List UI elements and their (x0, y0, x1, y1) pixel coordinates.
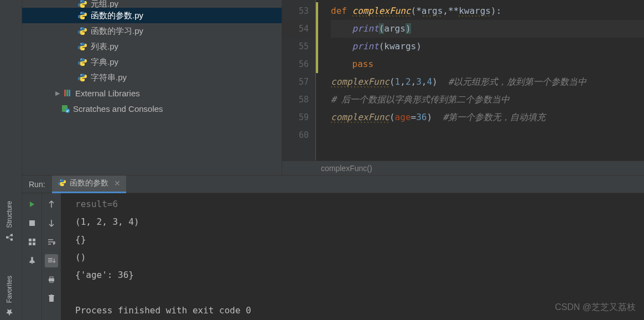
breadcrumb-item[interactable]: complexFunc() (321, 164, 372, 173)
stop-button[interactable] (25, 216, 39, 230)
tree-file-item[interactable]: 元组.py (22, 0, 282, 8)
line-number[interactable]: 54 (282, 20, 315, 38)
svg-point-11 (81, 59, 82, 60)
chevron-right-icon: ▶ (55, 90, 60, 97)
run-label: Run: (22, 180, 52, 189)
tree-file-item[interactable]: 字典.py (22, 54, 282, 70)
tree-item-label: 元组.py (91, 0, 118, 8)
code-content[interactable]: def complexFunc(*args,**kwargs): print(a… (331, 0, 644, 161)
favorites-label: Favorites (6, 276, 13, 303)
code-editor[interactable]: 53⊟545556⊡57585960 def complexFunc(*args… (282, 0, 644, 175)
pin-button[interactable] (25, 254, 39, 267)
tree-file-item[interactable]: 列表.py (22, 39, 282, 54)
left-tool-window-bar: Structure Favorites (0, 0, 22, 320)
code-margin (315, 0, 331, 161)
svg-point-13 (81, 74, 82, 75)
code-line[interactable]: def complexFunc(*args,**kwargs): (331, 2, 644, 20)
svg-rect-29 (50, 281, 53, 282)
svg-rect-26 (33, 242, 35, 245)
python-file-icon (77, 0, 87, 8)
svg-rect-32 (50, 295, 53, 295)
svg-rect-23 (29, 239, 32, 241)
output-line: {} (75, 231, 638, 249)
watermark-text: CSDN @芝芝又荔枝 (555, 302, 636, 313)
close-icon[interactable]: ✕ (114, 179, 121, 188)
tree-file-item[interactable]: 函数的学习.py (22, 23, 282, 39)
delete-button[interactable] (45, 292, 58, 305)
tree-item-label: 字典.py (91, 57, 118, 68)
tree-item-label: 函数的参数.py (91, 11, 143, 21)
svg-rect-15 (64, 90, 66, 96)
print-button[interactable] (45, 273, 58, 286)
line-number[interactable]: 59 (282, 109, 315, 126)
run-header: Run: 函数的参数 ✕ (22, 176, 644, 193)
structure-tool-tab[interactable]: Structure (6, 197, 13, 246)
line-number[interactable]: 56⊡ (282, 55, 315, 73)
run-tool-window: Run: 函数的参数 ✕ result=6(1, 2, 3, 4){}(){'a… (22, 175, 644, 320)
run-config-tab[interactable]: 函数的参数 ✕ (52, 176, 126, 193)
svg-rect-24 (33, 239, 35, 241)
svg-rect-31 (49, 295, 54, 296)
scratches-icon (61, 104, 70, 113)
console-output[interactable]: result=6(1, 2, 3, 4){}(){'age': 36}Proce… (61, 193, 644, 320)
python-file-icon (77, 42, 87, 51)
line-number[interactable]: 57 (282, 73, 315, 91)
run-tab-label: 函数的参数 (70, 178, 108, 188)
output-line: (1, 2, 3, 4) (75, 213, 638, 231)
down-button[interactable] (45, 216, 58, 230)
output-line: {'age': 36} (75, 266, 638, 284)
svg-point-20 (60, 179, 61, 180)
svg-point-6 (84, 18, 85, 19)
scratches-node[interactable]: Scratches and Consoles (22, 101, 282, 116)
tree-item-label: 列表.py (91, 42, 118, 52)
svg-point-5 (81, 12, 82, 13)
svg-rect-0 (11, 239, 13, 241)
tree-item-label: 字符串.py (91, 73, 127, 83)
line-number[interactable]: 55 (282, 38, 315, 55)
line-number[interactable]: 58 (282, 91, 315, 109)
tree-file-item[interactable]: 函数的参数.py (22, 8, 282, 23)
python-file-icon (77, 73, 87, 82)
breadcrumb-bar[interactable]: complexFunc() (282, 161, 644, 175)
svg-rect-28 (50, 277, 53, 278)
svg-point-8 (84, 33, 85, 34)
code-line[interactable]: print(kwargs) (331, 38, 644, 55)
svg-point-19 (65, 109, 70, 113)
svg-rect-1 (11, 234, 13, 236)
code-line[interactable]: # 后一个数据以字典形式传到第二个参数当中 (331, 91, 644, 109)
structure-icon (6, 234, 13, 241)
python-file-icon (58, 178, 66, 189)
scratches-label: Scratches and Consoles (73, 104, 163, 113)
svg-rect-2 (6, 236, 8, 239)
output-line (75, 284, 638, 302)
code-line[interactable]: pass (331, 55, 644, 73)
star-icon (6, 308, 13, 316)
run-toolbar-left (22, 193, 41, 320)
code-line[interactable]: complexFunc(1,2,3,4) #以元组形式，放到第一个参数当中 (331, 73, 644, 91)
scroll-to-end-button[interactable] (45, 254, 58, 267)
editor-gutter[interactable]: 53⊟545556⊡57585960 (282, 0, 315, 161)
tree-file-item[interactable]: 字符串.py (22, 70, 282, 85)
svg-point-9 (81, 43, 82, 44)
line-number[interactable]: 60 (282, 126, 315, 144)
code-line[interactable]: print(args) (331, 20, 644, 38)
svg-point-7 (81, 28, 82, 29)
code-line[interactable]: complexFunc(age=36) #第一个参数无，自动填充 (331, 109, 644, 126)
rerun-button[interactable] (25, 198, 39, 211)
output-line: Process finished with exit code 0 (75, 302, 638, 319)
svg-point-12 (84, 64, 85, 65)
project-tree[interactable]: 元组.py 函数的参数.py函数的学习.py列表.py字典.py字符串.py ▶… (22, 0, 282, 175)
up-button[interactable] (45, 198, 58, 211)
run-toolbar-right (41, 193, 61, 320)
external-libraries-node[interactable]: ▶ External Libraries (22, 85, 282, 101)
line-number[interactable]: 53⊟ (282, 2, 315, 20)
code-line[interactable] (331, 126, 644, 144)
soft-wrap-button[interactable] (45, 235, 58, 249)
python-file-icon (77, 11, 87, 20)
layout-button[interactable] (25, 235, 39, 249)
structure-label: Structure (6, 201, 13, 228)
svg-point-4 (84, 6, 85, 7)
favorites-tool-tab[interactable]: Favorites (6, 271, 13, 320)
svg-point-21 (63, 184, 63, 185)
tree-item-label: 函数的学习.py (91, 26, 143, 37)
